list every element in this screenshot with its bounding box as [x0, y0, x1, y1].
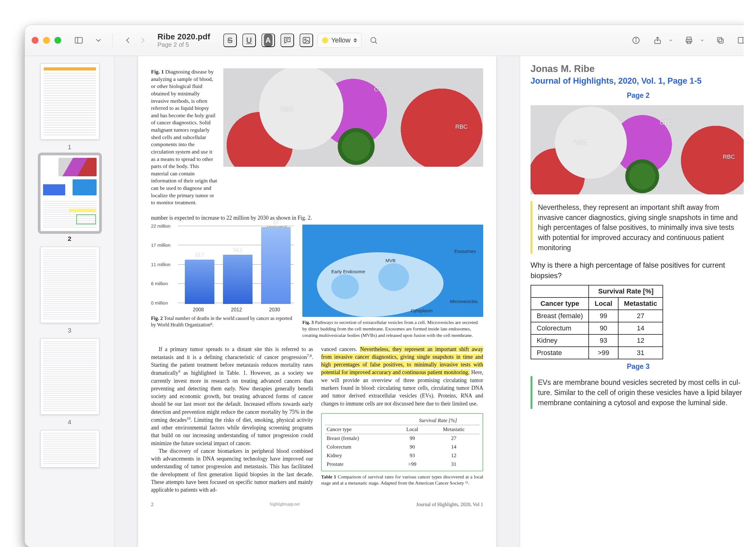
highlight-icon: A [264, 34, 273, 46]
figure-1-caption: Fig. 1 Diagnosing disease by analyzing a… [151, 68, 217, 206]
forward-button[interactable] [137, 33, 149, 48]
underline-button[interactable]: U [242, 34, 256, 47]
notes-panel[interactable]: Jonas M. Ribe Journal of Highlights, 202… [520, 56, 744, 547]
chevron-down-icon [94, 36, 103, 45]
panel-icon [738, 36, 744, 45]
share-button[interactable] [650, 33, 665, 48]
column-right: vanced cancers. Nevertheless, they repre… [321, 345, 483, 494]
toolbar: Ribe 2020.pdf Page 2 of 5 S U A Yellow [25, 25, 744, 56]
label-wbc: WBC [281, 106, 294, 113]
strikethrough-button[interactable]: S [223, 34, 237, 47]
strikethrough-icon: S [227, 36, 233, 45]
highlight-button[interactable]: A [261, 34, 275, 47]
notes-author: Jonas M. Ribe [531, 63, 744, 74]
figure-1-image: WBC CTC RBC EV [223, 68, 483, 167]
chevron-down-icon [700, 38, 705, 43]
page-footer: 2 highlightsapp.net Journal of Highlight… [151, 502, 483, 507]
svg-line-7 [375, 42, 377, 44]
note-icon [283, 36, 292, 45]
notes-figure-thumbnail[interactable]: WBC CTC RBC EV [531, 105, 744, 194]
highlight-color-picker[interactable]: Yellow [317, 33, 362, 48]
print-button[interactable] [681, 33, 697, 48]
svg-rect-12 [687, 37, 691, 39]
sidebar-menu-button[interactable] [91, 33, 106, 48]
note-highlight-yellow[interactable]: Nevertheless, they represent an importan… [531, 201, 744, 254]
bar-2012: 14,1 [223, 255, 253, 304]
search-button[interactable] [366, 33, 381, 48]
main-body: 1 2 3 4 [25, 56, 744, 547]
chevron-right-icon [138, 36, 147, 45]
figure-3: Early Endosome MVB Exosomes Cytoplasm Mi… [302, 225, 483, 339]
right-panel-toggle-button[interactable] [734, 33, 744, 48]
intro-line: number is expected to increase to 22 mil… [151, 214, 483, 222]
figure-1: Fig. 1 Diagnosing disease by analyzing a… [151, 68, 483, 206]
label-ev: EV [366, 156, 374, 163]
footer-watermark: highlightsapp.net [153, 502, 416, 507]
window-controls [32, 37, 61, 44]
minimize-window-button[interactable] [43, 37, 50, 44]
copy-button[interactable] [713, 33, 728, 48]
svg-point-6 [371, 38, 376, 42]
document-title-block: Ribe 2020.pdf Page 2 of 5 [157, 32, 210, 49]
print-menu-button[interactable] [698, 33, 706, 48]
svg-rect-0 [75, 38, 82, 43]
close-window-button[interactable] [32, 37, 38, 44]
image-icon [302, 36, 311, 45]
thumbnail-number: 4 [40, 418, 99, 426]
thumbnail-2[interactable]: 2 [40, 155, 99, 242]
note-button[interactable] [281, 34, 294, 47]
svg-rect-4 [303, 38, 309, 43]
notes-page-3-link[interactable]: Page 3 [531, 362, 744, 371]
note-question[interactable]: Why is there a high percentage of false … [531, 260, 744, 281]
updown-icon [353, 38, 357, 42]
thumbnail-5[interactable] [40, 430, 99, 468]
notes-table[interactable]: Survival Rate [%] Cancer typeLocalMetast… [531, 285, 663, 359]
color-swatch-icon [322, 37, 328, 43]
zoom-window-button[interactable] [54, 37, 61, 44]
document-title: Ribe 2020.pdf [157, 32, 210, 42]
figure-2-chart: Projected 0 million6 million11 million17… [151, 225, 296, 313]
thumbnail-sidebar[interactable]: 1 2 3 4 [25, 56, 114, 547]
info-button[interactable] [628, 33, 644, 48]
sidebar-toggle-button[interactable] [71, 33, 86, 48]
label-exosomes: Exosomes [454, 249, 476, 254]
page-number: 2 [151, 502, 153, 507]
page-viewport[interactable]: Fig. 1 Diagnosing disease by analyzing a… [114, 56, 520, 547]
label-ctc: CTC [374, 86, 386, 93]
image-button[interactable] [300, 34, 313, 47]
column-left: If a primary tumor spreads to a distant … [151, 345, 313, 494]
svg-rect-15 [719, 39, 723, 43]
underline-icon: U [246, 36, 252, 45]
right-tools [628, 33, 744, 48]
bar-2030: 22 [261, 227, 291, 304]
notes-citation-link[interactable]: Journal of Highlights, 2020, Vol. 1, Pag… [531, 76, 744, 86]
share-menu-button[interactable] [666, 33, 675, 48]
svg-point-5 [304, 39, 306, 40]
page-indicator: Page 2 of 5 [157, 41, 210, 48]
share-icon [653, 36, 662, 45]
print-icon [685, 36, 693, 45]
search-icon [369, 36, 378, 45]
label-microvesicles: Microvesicles [450, 299, 478, 304]
chevron-left-icon [124, 36, 132, 45]
journal-footer: Journal of Highlights, 2020, Vol 1 [416, 502, 483, 507]
copy-icon [716, 36, 725, 45]
thumbnail-number: 1 [40, 143, 99, 151]
pdf-page: Fig. 1 Diagnosing disease by analyzing a… [138, 56, 496, 547]
chevron-down-icon [668, 38, 673, 43]
notes-page-2-link[interactable]: Page 2 [531, 91, 744, 100]
separator [112, 34, 113, 47]
back-button[interactable] [122, 33, 134, 48]
note-highlight-green[interactable]: EVs are membrane bound vesicles secreted… [531, 376, 744, 409]
svg-rect-16 [718, 38, 722, 42]
label-cytoplasm: Cytoplasm [411, 308, 433, 313]
sidebar-icon [74, 36, 83, 45]
markup-tools: S U A [223, 34, 313, 47]
thumbnail-4[interactable]: 4 [40, 338, 99, 426]
thumbnail-1[interactable]: 1 [40, 63, 99, 151]
table-1[interactable]: Survival Rate [%] Cancer typeLocalMetast… [321, 413, 483, 471]
app-window: Ribe 2020.pdf Page 2 of 5 S U A Yellow [25, 25, 744, 547]
body-columns: If a primary tumor spreads to a distant … [151, 345, 483, 494]
thumbnail-3[interactable]: 3 [40, 247, 99, 334]
svg-point-10 [636, 38, 636, 39]
